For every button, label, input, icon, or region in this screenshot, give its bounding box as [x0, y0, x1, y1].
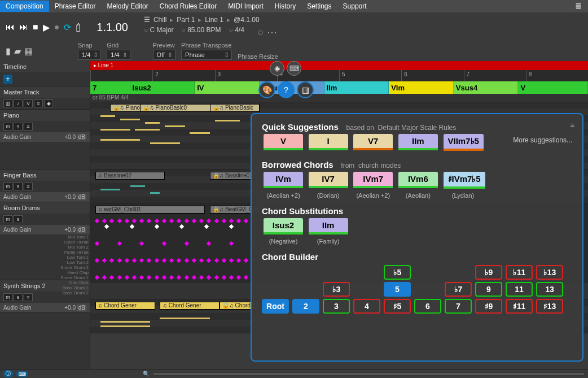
document-icon[interactable]: ▮ — [6, 46, 11, 57]
more-suggestions-link[interactable]: More suggestions... — [513, 136, 572, 144]
menu-button[interactable]: ≡ — [24, 183, 33, 190]
key-display[interactable]: C Major — [144, 26, 174, 38]
gain-value[interactable]: +0.0 — [64, 227, 76, 233]
chord-chip[interactable]: VIIm7♭5 — [444, 134, 484, 151]
builder-s5[interactable]: ♯5 — [384, 299, 411, 314]
chord-cell[interactable]: IIm — [324, 81, 389, 94]
builder-11[interactable]: 11 — [506, 282, 533, 297]
builder-9[interactable]: 9 — [475, 282, 502, 297]
help-icon[interactable]: ? — [278, 81, 295, 98]
mute-button[interactable]: m — [3, 183, 12, 190]
builder-s11[interactable]: ♯11 — [506, 299, 533, 314]
track-header-bass[interactable]: Finger Bass — [0, 170, 90, 181]
builder-13[interactable]: 13 — [536, 282, 563, 297]
grid-select[interactable]: 1/4 — [107, 50, 130, 60]
forward-button[interactable]: ⏭ — [19, 22, 28, 32]
chord-cell[interactable]: 7 — [90, 81, 130, 94]
mt-btn2[interactable]: ♪ — [14, 99, 23, 107]
zoom-icon[interactable]: 🔍 — [143, 371, 150, 377]
chord-cell[interactable]: V — [518, 81, 588, 94]
tab-history[interactable]: History — [269, 1, 301, 12]
builder-b9[interactable]: ♭9 — [475, 265, 502, 280]
menu-button[interactable]: ≡ — [24, 123, 33, 131]
mt-btn1[interactable]: ▥ — [3, 99, 12, 107]
tab-chord-rules-editor[interactable]: Chord Rules Editor — [154, 1, 222, 12]
mt-btn4[interactable]: ≡ — [34, 99, 43, 107]
gain-value[interactable]: +0.0 — [64, 194, 76, 200]
storage-icon[interactable] — [569, 2, 588, 11]
builder-2[interactable]: 2 — [292, 299, 319, 314]
builder-7[interactable]: 7 — [445, 299, 472, 314]
tab-settings[interactable]: Settings — [301, 1, 337, 12]
mute-button[interactable]: m — [3, 215, 12, 223]
knob-icon[interactable]: ◉ — [270, 61, 284, 76]
sig-display[interactable]: 4/4 — [229, 26, 244, 38]
chord-chip[interactable]: IVm7 — [353, 172, 393, 188]
tab-melody-editor[interactable]: Melody Editor — [101, 1, 153, 12]
bpm-display[interactable]: 85.00 BPM — [182, 26, 221, 38]
track-header-piano[interactable]: Piano — [0, 110, 90, 121]
grid-icon[interactable]: ▦ — [24, 46, 33, 57]
gain-value[interactable]: +0.0 — [64, 134, 76, 140]
breadcrumb[interactable]: ☰ Chill ▸ Part 1 ▸ Line 1 ▸ @4.1.00 — [144, 16, 277, 24]
solo-button[interactable]: s — [14, 123, 23, 131]
piano-icon[interactable]: ▥ — [297, 81, 314, 98]
tab-phrase-editor[interactable]: Phrase Editor — [49, 1, 102, 12]
solo-button[interactable]: s — [14, 215, 23, 223]
tab-midi-import[interactable]: MIDI Import — [222, 1, 269, 12]
snap-select[interactable]: 1/4 — [78, 50, 101, 60]
record-button[interactable]: ● — [54, 22, 60, 32]
clip[interactable]: ♫ eatGM_Chill01 — [95, 206, 205, 214]
builder-b13[interactable]: ♭13 — [536, 265, 563, 280]
clip[interactable]: ♫ Chord Gener — [95, 302, 155, 310]
add-timeline-button[interactable]: + — [3, 75, 12, 84]
keyboard-icon[interactable]: ⌨ — [287, 61, 301, 76]
mt-btn5[interactable]: ◆ — [44, 99, 53, 107]
chord-chip[interactable]: V7 — [353, 134, 393, 150]
builder-b5[interactable]: ♭5 — [384, 265, 411, 280]
builder-s13[interactable]: ♯13 — [536, 299, 563, 314]
popup-menu-icon[interactable]: ≡ — [570, 121, 574, 129]
loop-button[interactable]: ⟳ — [64, 22, 71, 33]
tab-support[interactable]: Support — [337, 1, 372, 12]
builder-b3[interactable]: ♭3 — [323, 282, 350, 297]
zoom-slider[interactable] — [153, 372, 585, 376]
stack-icon[interactable]: ▰ — [14, 46, 21, 57]
more-button[interactable]: ⋯ — [258, 26, 277, 38]
builder-root[interactable]: Root — [262, 299, 289, 314]
builder-4[interactable]: 4 — [353, 299, 380, 314]
chord-cell[interactable]: VIm — [389, 81, 454, 94]
chord-chip[interactable]: IIm — [309, 218, 348, 234]
mute-button[interactable]: m — [3, 123, 12, 131]
builder-b7[interactable]: ♭7 — [445, 282, 472, 297]
preview-select[interactable]: Off — [153, 50, 175, 60]
status-pill[interactable]: ⌨ — [16, 371, 28, 377]
mute-button[interactable]: m — [3, 293, 12, 301]
chord-chip[interactable]: IVm — [264, 172, 303, 188]
builder-6[interactable]: 6 — [414, 299, 441, 314]
palette-icon[interactable]: 🎨 — [258, 81, 275, 98]
transpose-select[interactable]: Phrase — [181, 50, 232, 60]
clip[interactable]: ♫ Chord Gener — [160, 302, 220, 310]
solo-button[interactable]: s — [14, 183, 23, 190]
chord-chip[interactable]: Isus2 — [264, 218, 303, 234]
menu-button[interactable]: ≡ — [24, 293, 33, 301]
chord-cell[interactable]: Vsus4 — [454, 81, 519, 94]
gain-value[interactable]: +0.0 — [64, 305, 76, 311]
mt-btn3[interactable]: V — [24, 99, 33, 107]
builder-5[interactable]: 5 — [384, 282, 411, 297]
chord-chip[interactable]: IV7 — [309, 172, 348, 188]
metronome-button[interactable]: ▯̂ — [76, 22, 81, 33]
chord-strip[interactable]: 7 Isus2 IV IVsus2 IIm VIm Vsus4 V — [90, 81, 588, 94]
play-button[interactable]: ▶ — [43, 22, 50, 33]
clip[interactable]: 🔒♫ PianoBasic — [210, 104, 260, 112]
tab-composition[interactable]: Composition — [0, 1, 49, 12]
builder-b11[interactable]: ♭11 — [506, 265, 533, 280]
chord-cell[interactable]: Isus2 — [130, 81, 195, 94]
track-header-drums[interactable]: Room Drums — [0, 202, 90, 214]
chord-chip[interactable]: ♯IVm7♭5 — [444, 172, 485, 189]
status-pill[interactable]: ⓘ — [3, 370, 13, 377]
builder-3[interactable]: 3 — [323, 299, 350, 314]
builder-s9[interactable]: ♯9 — [475, 299, 502, 314]
stop-button[interactable]: ■ — [33, 22, 38, 32]
